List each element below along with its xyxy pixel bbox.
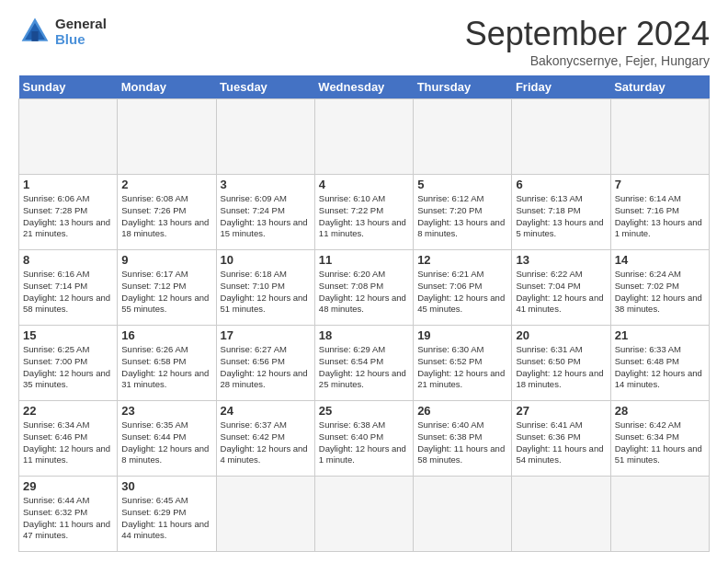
- day-number: 23: [121, 404, 211, 418]
- table-row: 20Sunrise: 6:31 AMSunset: 6:50 PMDayligh…: [512, 326, 610, 401]
- cell-info: Sunrise: 6:37 AMSunset: 6:42 PMDaylight:…: [221, 419, 311, 466]
- day-number: 30: [121, 479, 211, 493]
- table-row: 19Sunrise: 6:30 AMSunset: 6:52 PMDayligh…: [414, 326, 512, 401]
- cell-info: Sunrise: 6:17 AMSunset: 7:12 PMDaylight:…: [121, 269, 211, 316]
- logo-text-line2: Blue: [55, 31, 107, 47]
- col-friday: Friday: [512, 75, 610, 99]
- calendar-row: 15Sunrise: 6:25 AMSunset: 7:00 PMDayligh…: [19, 326, 710, 401]
- col-wednesday: Wednesday: [314, 75, 413, 99]
- table-row: 22Sunrise: 6:34 AMSunset: 6:46 PMDayligh…: [19, 401, 118, 477]
- header: General Blue September 2024 Bakonycserny…: [18, 15, 710, 68]
- table-row: 21Sunrise: 6:33 AMSunset: 6:48 PMDayligh…: [610, 326, 709, 401]
- cell-info: Sunrise: 6:29 AMSunset: 6:54 PMDaylight:…: [319, 344, 409, 391]
- cell-info: Sunrise: 6:20 AMSunset: 7:08 PMDaylight:…: [319, 269, 409, 316]
- table-row: [216, 99, 314, 175]
- day-number: 16: [121, 328, 211, 342]
- day-number: 27: [516, 404, 606, 418]
- day-number: 17: [221, 328, 311, 342]
- day-number: 12: [417, 253, 507, 267]
- table-row: [19, 99, 118, 175]
- table-row: [314, 477, 413, 552]
- subtitle: Bakonycsernye, Fejer, Hungary: [465, 53, 710, 68]
- table-row: 23Sunrise: 6:35 AMSunset: 6:44 PMDayligh…: [118, 401, 216, 477]
- calendar-row: [19, 99, 710, 175]
- day-number: 13: [516, 253, 606, 267]
- day-number: 24: [221, 404, 311, 418]
- table-row: 15Sunrise: 6:25 AMSunset: 7:00 PMDayligh…: [19, 326, 118, 401]
- day-number: 15: [23, 328, 113, 342]
- table-row: 9Sunrise: 6:17 AMSunset: 7:12 PMDaylight…: [118, 250, 216, 326]
- day-number: 26: [417, 404, 507, 418]
- day-number: 29: [23, 479, 113, 493]
- table-row: [414, 99, 512, 175]
- day-number: 11: [319, 253, 409, 267]
- day-number: 22: [23, 404, 113, 418]
- logo-text-line1: General: [55, 16, 107, 31]
- table-row: [610, 99, 709, 175]
- table-row: 18Sunrise: 6:29 AMSunset: 6:54 PMDayligh…: [314, 326, 413, 401]
- day-number: 9: [121, 253, 211, 267]
- cell-info: Sunrise: 6:33 AMSunset: 6:48 PMDaylight:…: [615, 344, 705, 391]
- day-number: 5: [417, 178, 507, 191]
- cell-info: Sunrise: 6:12 AMSunset: 7:20 PMDaylight:…: [417, 193, 507, 240]
- day-number: 4: [319, 178, 409, 191]
- cell-info: Sunrise: 6:09 AMSunset: 7:24 PMDaylight:…: [221, 193, 311, 240]
- day-number: 21: [615, 328, 705, 342]
- cell-info: Sunrise: 6:18 AMSunset: 7:10 PMDaylight:…: [221, 269, 311, 316]
- day-number: 18: [319, 328, 409, 342]
- col-thursday: Thursday: [414, 75, 512, 99]
- table-row: 24Sunrise: 6:37 AMSunset: 6:42 PMDayligh…: [216, 401, 314, 477]
- cell-info: Sunrise: 6:40 AMSunset: 6:38 PMDaylight:…: [417, 419, 507, 466]
- table-row: [414, 477, 512, 552]
- day-number: 1: [23, 178, 113, 191]
- cell-info: Sunrise: 6:08 AMSunset: 7:26 PMDaylight:…: [121, 193, 211, 240]
- page: General Blue September 2024 Bakonycserny…: [0, 0, 728, 563]
- table-row: 12Sunrise: 6:21 AMSunset: 7:06 PMDayligh…: [414, 250, 512, 326]
- svg-rect-2: [31, 31, 38, 41]
- logo: General Blue: [18, 15, 107, 48]
- table-row: 11Sunrise: 6:20 AMSunset: 7:08 PMDayligh…: [314, 250, 413, 326]
- table-row: [512, 477, 610, 552]
- table-row: [216, 477, 314, 552]
- calendar-row: 8Sunrise: 6:16 AMSunset: 7:14 PMDaylight…: [19, 250, 710, 326]
- table-row: 1Sunrise: 6:06 AMSunset: 7:28 PMDaylight…: [19, 175, 118, 250]
- title-block: September 2024 Bakonycsernye, Fejer, Hun…: [465, 15, 710, 68]
- cell-info: Sunrise: 6:10 AMSunset: 7:22 PMDaylight:…: [319, 193, 409, 240]
- table-row: [118, 99, 216, 175]
- cell-info: Sunrise: 6:41 AMSunset: 6:36 PMDaylight:…: [516, 419, 606, 466]
- day-number: 20: [516, 328, 606, 342]
- table-row: 13Sunrise: 6:22 AMSunset: 7:04 PMDayligh…: [512, 250, 610, 326]
- table-row: 17Sunrise: 6:27 AMSunset: 6:56 PMDayligh…: [216, 326, 314, 401]
- day-number: 10: [221, 253, 311, 267]
- col-sunday: Sunday: [19, 75, 118, 99]
- cell-info: Sunrise: 6:42 AMSunset: 6:34 PMDaylight:…: [615, 419, 705, 466]
- table-row: 10Sunrise: 6:18 AMSunset: 7:10 PMDayligh…: [216, 250, 314, 326]
- day-number: 19: [417, 328, 507, 342]
- table-row: 26Sunrise: 6:40 AMSunset: 6:38 PMDayligh…: [414, 401, 512, 477]
- day-number: 14: [615, 253, 705, 267]
- cell-info: Sunrise: 6:35 AMSunset: 6:44 PMDaylight:…: [121, 419, 211, 466]
- calendar-table: Sunday Monday Tuesday Wednesday Thursday…: [18, 75, 710, 552]
- table-row: 29Sunrise: 6:44 AMSunset: 6:32 PMDayligh…: [19, 477, 118, 552]
- day-number: 25: [319, 404, 409, 418]
- day-number: 8: [23, 253, 113, 267]
- table-row: 4Sunrise: 6:10 AMSunset: 7:22 PMDaylight…: [314, 175, 413, 250]
- cell-info: Sunrise: 6:31 AMSunset: 6:50 PMDaylight:…: [516, 344, 606, 391]
- table-row: [610, 477, 709, 552]
- day-number: 6: [516, 178, 606, 191]
- table-row: 27Sunrise: 6:41 AMSunset: 6:36 PMDayligh…: [512, 401, 610, 477]
- cell-info: Sunrise: 6:27 AMSunset: 6:56 PMDaylight:…: [221, 344, 311, 391]
- cell-info: Sunrise: 6:16 AMSunset: 7:14 PMDaylight:…: [23, 269, 113, 316]
- header-row: Sunday Monday Tuesday Wednesday Thursday…: [19, 75, 710, 99]
- calendar-row: 22Sunrise: 6:34 AMSunset: 6:46 PMDayligh…: [19, 401, 710, 477]
- logo-icon: [18, 15, 51, 48]
- cell-info: Sunrise: 6:21 AMSunset: 7:06 PMDaylight:…: [417, 269, 507, 316]
- cell-info: Sunrise: 6:45 AMSunset: 6:29 PMDaylight:…: [121, 495, 211, 542]
- day-number: 2: [121, 178, 211, 191]
- table-row: 16Sunrise: 6:26 AMSunset: 6:58 PMDayligh…: [118, 326, 216, 401]
- cell-info: Sunrise: 6:06 AMSunset: 7:28 PMDaylight:…: [23, 193, 113, 240]
- table-row: 28Sunrise: 6:42 AMSunset: 6:34 PMDayligh…: [610, 401, 709, 477]
- cell-info: Sunrise: 6:38 AMSunset: 6:40 PMDaylight:…: [319, 419, 409, 466]
- cell-info: Sunrise: 6:30 AMSunset: 6:52 PMDaylight:…: [417, 344, 507, 391]
- day-number: 3: [221, 178, 311, 191]
